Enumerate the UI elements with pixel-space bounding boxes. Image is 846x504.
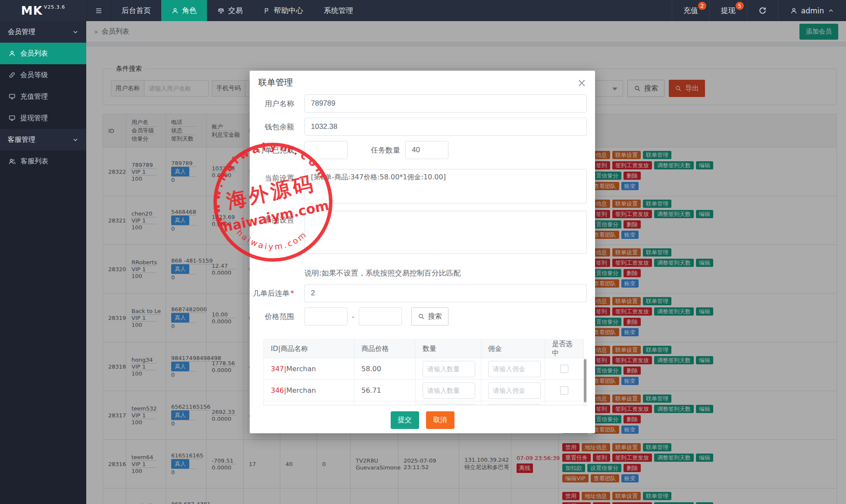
- chain-after-input[interactable]: [304, 284, 587, 302]
- product-column-header: 是否选中: [545, 340, 584, 358]
- flag-icon: [263, 7, 270, 14]
- price-range-label: 价格范围: [250, 312, 304, 322]
- chain-order-modal: 联单管理 × 用户名称 钱包余额 订单已完成 任务数量 当前设置 [第2单-商品…: [250, 71, 595, 433]
- sidebar-group[interactable]: 会员管理: [0, 21, 86, 43]
- notification-badge: 5: [736, 2, 744, 10]
- username-label: 用户名称: [250, 99, 304, 109]
- modal-search-button[interactable]: 搜索: [411, 307, 448, 326]
- product-row: 347|Merchan 58.00: [264, 358, 584, 380]
- monitor-icon: [9, 115, 16, 122]
- price-min-input[interactable]: [304, 307, 348, 326]
- select-checkbox[interactable]: [560, 386, 568, 394]
- commission-input[interactable]: [488, 382, 541, 399]
- task-count-input[interactable]: [405, 141, 448, 159]
- refresh-button[interactable]: [747, 0, 778, 21]
- users-icon: [9, 158, 16, 165]
- commission-input[interactable]: [488, 361, 541, 377]
- product-column-header: 数量: [416, 340, 481, 358]
- sidebar-item[interactable]: 客服列表: [0, 150, 86, 172]
- nav-item[interactable]: 角色: [161, 0, 207, 21]
- monitor-icon: [9, 93, 16, 100]
- nav-item[interactable]: 交易: [207, 0, 253, 21]
- nav-item[interactable]: 后台首页: [111, 0, 161, 21]
- chain-after-label: 几单后连单*: [250, 288, 304, 298]
- product-column-header: 佣金: [481, 340, 545, 358]
- close-icon[interactable]: ×: [577, 77, 586, 88]
- quantity-input[interactable]: [423, 361, 475, 377]
- modal-footer: 提交 取消: [250, 411, 595, 429]
- price-range-dash: -: [352, 313, 354, 321]
- chevron-down-icon: [72, 137, 78, 143]
- link-icon: [9, 72, 16, 78]
- person-icon: [172, 7, 179, 14]
- product-table: ID|商品名称商品价格数量佣金是否选中 347|Merchan 58.00 34…: [263, 339, 584, 405]
- orders-completed-label: 订单已完成: [250, 145, 304, 155]
- product-column-header: 商品价格: [354, 340, 416, 358]
- task-count-label: 任务数量: [371, 145, 400, 155]
- sidebar-group[interactable]: 客服管理: [0, 129, 86, 150]
- scrollbar[interactable]: [583, 358, 587, 404]
- nav-right: 充值2提现5admin: [672, 0, 846, 21]
- chevron-up-icon: [828, 8, 834, 14]
- new-setting-label: 新的设置: [250, 211, 304, 225]
- wallet-balance-input[interactable]: [304, 118, 587, 136]
- nav-menu: 后台首页角色交易帮助中心系统管理: [111, 0, 363, 21]
- product-row: [264, 401, 584, 406]
- person-icon: [9, 50, 16, 57]
- required-asterisk: *: [291, 289, 295, 297]
- app-logo: MKV25.3.6: [0, 0, 86, 21]
- quantity-input[interactable]: [423, 404, 475, 406]
- modal-title: 联单管理: [258, 77, 293, 88]
- modal-body: 用户名称 钱包余额 订单已完成 任务数量 当前设置 [第2单-商品:347价格:…: [250, 94, 595, 429]
- commission-input[interactable]: [488, 404, 541, 406]
- sidebar-item[interactable]: 会员列表: [0, 43, 86, 64]
- sidebar-item[interactable]: 提现管理: [0, 107, 86, 129]
- quantity-input[interactable]: [423, 382, 475, 399]
- notification-badge: 2: [698, 2, 706, 10]
- nav-item[interactable]: 帮助中心: [253, 0, 313, 21]
- nav-item[interactable]: 系统管理: [313, 0, 363, 21]
- admin-menu[interactable]: admin: [778, 0, 846, 21]
- person-icon: [790, 7, 797, 14]
- current-setting-label: 当前设置: [250, 169, 304, 183]
- scales-icon: [217, 7, 225, 14]
- hamburger-icon: [95, 7, 103, 15]
- sidebar-item[interactable]: 充值管理: [0, 86, 86, 107]
- sidebar: 会员管理会员列表会员等级充值管理提现管理客服管理客服列表: [0, 21, 86, 504]
- setting-note: 说明:如果不设置，系统按照交易控制百分比匹配: [304, 268, 595, 278]
- sidebar-toggle-button[interactable]: [86, 0, 111, 21]
- product-row: 346|Merchan 56.71: [264, 380, 584, 401]
- new-setting-textarea[interactable]: [304, 211, 587, 254]
- price-max-input[interactable]: [359, 307, 402, 326]
- nav-shortcut[interactable]: 充值2: [672, 0, 709, 21]
- product-column-header: ID|商品名称: [264, 340, 354, 358]
- product-table-wrap: ID|商品名称商品价格数量佣金是否选中 347|Merchan 58.00 34…: [263, 339, 587, 405]
- app-version: V25.3.6: [44, 4, 66, 10]
- top-navbar: MKV25.3.6 后台首页角色交易帮助中心系统管理 充值2提现5admin: [0, 0, 846, 21]
- wallet-balance-label: 钱包余额: [250, 122, 304, 132]
- chevron-down-icon: [72, 29, 78, 35]
- current-setting-textarea[interactable]: [第2单-商品:347价格:58.00*1佣金:10.00]: [304, 169, 587, 203]
- modal-header: 联单管理 ×: [250, 71, 595, 94]
- submit-button[interactable]: 提交: [391, 411, 419, 429]
- orders-completed-input[interactable]: [304, 141, 348, 159]
- scrollbar-thumb[interactable]: [584, 359, 586, 402]
- search-icon: [418, 313, 425, 320]
- cancel-button[interactable]: 取消: [426, 411, 454, 429]
- refresh-icon: [758, 6, 767, 15]
- nav-shortcut[interactable]: 提现5: [709, 0, 747, 21]
- sidebar-item[interactable]: 会员等级: [0, 64, 86, 86]
- select-checkbox[interactable]: [560, 365, 568, 373]
- username-input[interactable]: [304, 94, 587, 113]
